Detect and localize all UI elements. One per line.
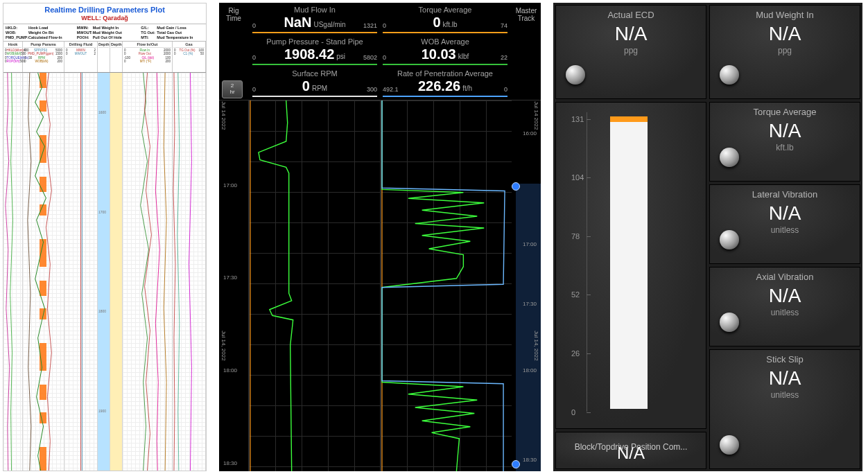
legend-val: Weight On Bit — [28, 30, 76, 35]
axis-right: Jul 14 2022 16:00 17:00 17:30 Jul 14, 20… — [512, 100, 541, 471]
legend-key: MWOUT: — [77, 30, 92, 35]
metric-rop-average[interactable]: Rate of Penetration Average 492.1 226.26… — [380, 68, 510, 100]
bar-gauge-cap — [610, 116, 648, 122]
track-pump[interactable] — [23, 73, 64, 471]
legend-val: Mud Gain / Loss — [157, 26, 204, 30]
track-depth-1[interactable]: 1600 1700 1800 1900 — [98, 73, 110, 471]
legend-key: WOB: — [6, 30, 27, 35]
legend-key: POOH: — [77, 35, 92, 40]
gauge-axial-vibration[interactable]: Axial Vibration N/A unitless — [709, 267, 860, 346]
gauge-stick-slip[interactable]: Stick Slip N/A unitless — [709, 349, 860, 469]
track-gas[interactable] — [173, 73, 206, 471]
well-label: WELL: — [81, 15, 101, 21]
legend-val: Calculated Flow-In — [28, 35, 76, 40]
master-track-shade[interactable] — [516, 184, 541, 471]
bar-gauge-block[interactable]: 131 104 78 52 26 0 — [555, 102, 706, 429]
legend-val: Mud Weight In — [93, 26, 140, 30]
bar-gauge-bar — [610, 116, 648, 409]
bar-scale-line — [587, 112, 587, 412]
legend-key: PMD_PUMP: — [6, 35, 27, 40]
metric-pump-pressure[interactable]: Pump Pressure - Stand Pipe 0 1908.42 psi… — [250, 36, 380, 68]
drilling-params-plot-panel: Realtime Drilling Parameters Plot WELL: … — [3, 3, 207, 471]
legend-val: Mud Temperature In — [157, 35, 204, 40]
metric-wob-average[interactable]: WOB Average 0 10.03 klbf 22 — [380, 36, 510, 68]
gauges-panel: Actual ECD N/A ppg Mud Weight In N/A ppg… — [553, 3, 862, 471]
metric-torque-average[interactable]: Torque Average 0 0 kft.lb 74 — [380, 4, 510, 36]
time-range-button[interactable]: 2 hr — [222, 80, 243, 98]
master-track-handle-top[interactable] — [512, 182, 520, 191]
metric-mud-flow-in[interactable]: Mud Flow In 0 NaN USgal/min 1321 — [250, 4, 380, 36]
track-hook[interactable] — [3, 73, 23, 471]
legend-val: Hook Load — [28, 26, 76, 30]
legend-key: MWIN: — [77, 26, 92, 30]
gauge-lateral-vibration[interactable]: Lateral Vibration N/A unitless — [709, 184, 860, 264]
metrics-grid: Mud Flow In 0 NaN USgal/min 1321 Torque … — [248, 3, 512, 100]
legend-val: Total Gas Out — [157, 30, 204, 35]
panel1-well: WELL: Qaradağ — [3, 15, 206, 24]
metric-surface-rpm[interactable]: Surface RPM 0 0 RPM 300 — [250, 68, 380, 100]
track-flow[interactable] — [123, 73, 173, 471]
panel1-strip-chart[interactable]: 1600 1700 1800 1900 — [3, 73, 206, 471]
panel1-title: Realtime Drilling Parameters Plot — [3, 3, 206, 15]
realtime-dashboard-panel: RigTime Mud Flow In 0 NaN USgal/min 1321… — [219, 3, 541, 471]
legend-val: Pull Out Of Hole — [93, 35, 140, 40]
track-header-hook: Hook 0HKLD(klbm)400 0WOB(klbf)50 0TORQUE… — [3, 42, 23, 72]
gauge-actual-ecd[interactable]: Actual ECD N/A ppg — [555, 5, 706, 99]
track-headers: Hook 0HKLD(klbm)400 0WOB(klbf)50 0TORQUE… — [3, 42, 206, 73]
gauge-knob-icon — [720, 435, 739, 455]
gauge-torque-average[interactable]: Torque Average N/A kft.lb — [709, 102, 860, 182]
gauge-mud-weight-in[interactable]: Mud Weight In N/A ppg — [709, 5, 860, 99]
master-track-handle-bottom[interactable] — [512, 460, 520, 468]
pump-fill-area — [40, 73, 47, 471]
track-header-pump: Pump Params 0SPP(PSI)5000 0PMD_PUMP(gpm)… — [23, 42, 64, 72]
plot-col-right[interactable] — [380, 100, 512, 471]
gauge-knob-icon — [720, 230, 739, 249]
track-depth-2[interactable] — [110, 73, 123, 471]
gauge-block-position[interactable]: Block/Topdrive Position Com... N/A — [555, 432, 706, 469]
track-header-depth2: Depth — [110, 42, 123, 72]
plot-col-left[interactable] — [248, 100, 380, 471]
panel1-legend: HKLD:Hook Load MWIN:Mud Weight In G/L:Mu… — [3, 24, 206, 42]
gauge-knob-icon — [566, 65, 585, 85]
master-track-label: MasterTrack — [512, 3, 541, 100]
gauge-knob-icon — [720, 148, 739, 167]
track-header-flow: Flow In/Out 0Flow In2000 0Flow Out2000 -… — [123, 42, 173, 72]
gauge-knob-icon — [720, 313, 739, 332]
track-fluid[interactable] — [64, 73, 98, 471]
well-name: Qaradağ — [103, 15, 128, 21]
legend-key: G/L: — [141, 26, 155, 30]
axis-left: Jul 14 2022 17:00 17:30 Jul 14, 2022 18:… — [219, 100, 248, 471]
time-plot-area[interactable]: Jul 14 2022 17:00 17:30 Jul 14, 2022 18:… — [219, 100, 541, 471]
gauge-knob-icon — [720, 65, 739, 85]
legend-key: HKLD: — [6, 26, 27, 30]
track-header-depth1: Depth — [98, 42, 110, 72]
legend-key: MTI: — [141, 35, 155, 40]
track-header-gas: Gas 0TG Out (%)100 0C1 (%)50 — [173, 42, 206, 72]
legend-val: Mud Weight Out — [93, 30, 140, 35]
track-header-fluid: Drilling Fluid 0MWIN2 0MWOUT2 — [64, 42, 98, 72]
legend-key: TG Out: — [141, 30, 155, 35]
